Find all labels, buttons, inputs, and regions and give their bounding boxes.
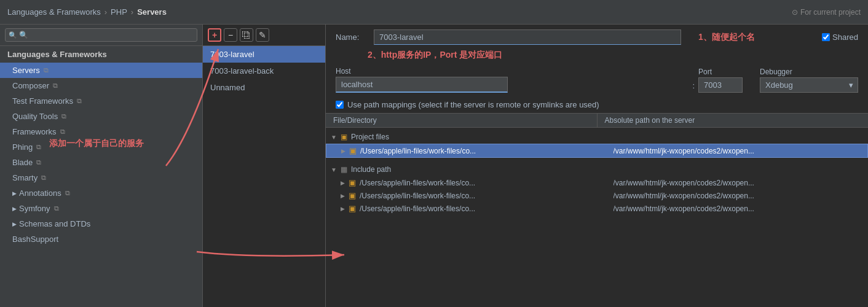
include-path-section: ▼ ▦ Include path ▶ ▣ /Users/apple/lin-fi… (326, 160, 868, 217)
annotation-2-area: 2、http服务的IP，Port 是对应端口 (326, 50, 868, 63)
port-label: Port (698, 68, 748, 76)
shared-checkbox[interactable] (822, 33, 830, 41)
project-file-row-0[interactable]: ▶ ▣ /Users/apple/lin-files/work-files/co… (326, 144, 868, 158)
host-column: Host (336, 67, 688, 93)
expand-arrow-symfony: ▶ (12, 206, 17, 212)
sidebar-item-quality-tools[interactable]: Quality Tools ⧉ (0, 109, 202, 124)
row-path-0: /Users/apple/lin-files/work-files/co... (360, 147, 610, 155)
breadcrumb-part-2: PHP (111, 7, 127, 17)
copy-icon-phing: ⧉ (36, 143, 41, 151)
port-input[interactable] (698, 77, 743, 93)
port-column: Port (698, 68, 748, 93)
sidebar-item-smarty[interactable]: Smarty ⧉ (0, 170, 202, 185)
sidebar: 🔍 Languages & Frameworks Servers ⧉ Compo… (0, 25, 203, 307)
include-row-server-0: /var/www/html/jk-wxopen/codes2/wxopen... (614, 179, 864, 187)
copy-icon-test: ⧉ (77, 97, 82, 105)
edit-server-button[interactable]: ✎ (256, 28, 269, 42)
copy-server-button[interactable]: ⿻ (240, 28, 253, 42)
include-row-arrow-1: ▶ (341, 193, 345, 199)
server-entry-0[interactable]: 7003-laravel (203, 46, 325, 63)
for-current-project-label: For current project (800, 8, 861, 17)
include-row-0[interactable]: ▶ ▣ /Users/apple/lin-files/work-files/co… (326, 176, 868, 189)
path-mappings-row: Use path mappings (select if the server … (326, 96, 868, 113)
sidebar-item-bashsupport[interactable]: BashSupport (0, 231, 202, 247)
at-icon: ⊙ (792, 8, 798, 17)
include-row-2[interactable]: ▶ ▣ /Users/apple/lin-files/work-files/co… (326, 202, 868, 215)
sidebar-item-test-frameworks[interactable]: Test Frameworks ⧉ (0, 93, 202, 109)
name-input[interactable] (374, 29, 681, 45)
breadcrumb-part-3: Servers (137, 7, 167, 17)
sidebar-item-annotations[interactable]: ▶ Annotations ⧉ (0, 185, 202, 201)
project-files-header[interactable]: ▼ ▣ Project files (326, 130, 868, 144)
include-row-path-2: /Users/apple/lin-files/work-files/co... (360, 204, 610, 213)
row-arrow-0: ▶ (341, 148, 345, 154)
include-path-label: Include path (351, 165, 391, 174)
server-toolbar: + − ⿻ ✎ (203, 25, 325, 46)
sidebar-item-phing[interactable]: Phing ⧉ 添加一个属于自己的服务 (0, 139, 202, 155)
detail-panel: Name: 1、随便起个名 Shared 2、http服务的IP，Port 是对… (326, 25, 868, 307)
breadcrumb-sep-1: › (105, 7, 107, 17)
breadcrumb-part-1: Languages & Frameworks (7, 7, 101, 17)
sidebar-item-annotations-label: Annotations (19, 188, 61, 198)
include-row-path-1: /Users/apple/lin-files/work-files/co... (360, 192, 610, 200)
sidebar-item-servers[interactable]: Servers ⧉ (0, 63, 202, 78)
sidebar-item-frameworks-label: Frameworks (12, 127, 57, 136)
sidebar-item-symfony-label: Symfony (19, 204, 50, 213)
path-mappings-checkbox[interactable] (336, 101, 344, 109)
annotation-http: 2、http服务的IP，Port 是对应端口 (368, 50, 502, 60)
sidebar-item-schemas[interactable]: ▶ Schemas and DTDs (0, 216, 202, 231)
name-row: Name: 1、随便起个名 Shared (326, 25, 868, 50)
copy-icon-annotations: ⧉ (65, 189, 70, 197)
main-layout: 🔍 Languages & Frameworks Servers ⧉ Compo… (0, 25, 868, 307)
server-entry-1[interactable]: 7003-laravel-back (203, 63, 325, 79)
include-row-server-2: /var/www/html/jk-wxopen/codes2/wxopen... (614, 204, 864, 213)
include-row-path-0: /Users/apple/lin-files/work-files/co... (360, 179, 610, 187)
copy-icon-frameworks: ⧉ (60, 128, 65, 136)
top-bar: Languages & Frameworks › PHP › Servers ⊙… (0, 0, 868, 25)
include-path-arrow: ▼ (331, 166, 337, 173)
search-input[interactable] (5, 28, 197, 42)
row-folder-0: ▣ (349, 146, 357, 155)
sidebar-item-composer[interactable]: Composer ⧉ (0, 78, 202, 93)
include-row-folder-1: ▣ (349, 191, 356, 200)
sidebar-item-quality-tools-label: Quality Tools (12, 112, 58, 121)
sidebar-item-phing-label: Phing (12, 142, 33, 152)
host-port-row: Host : Port Debugger Xdebug Zend Debugge… (326, 63, 868, 96)
include-row-server-1: /var/www/html/jk-wxopen/codes2/wxopen... (614, 192, 864, 200)
sidebar-item-symfony[interactable]: ▶ Symfony ⧉ (0, 201, 202, 216)
include-row-arrow-0: ▶ (341, 180, 345, 186)
include-row-1[interactable]: ▶ ▣ /Users/apple/lin-files/work-files/co… (326, 189, 868, 202)
sidebar-item-frameworks[interactable]: Frameworks ⧉ (0, 124, 202, 139)
breadcrumb-sep-2: › (131, 7, 133, 17)
path-mappings-label: Use path mappings (select if the server … (347, 100, 599, 109)
breadcrumb: Languages & Frameworks › PHP › Servers (7, 7, 167, 17)
server-entry-2[interactable]: Unnamed (203, 79, 325, 96)
shared-label: Shared (832, 33, 858, 42)
remove-server-button[interactable]: − (224, 28, 237, 42)
copy-icon-composer: ⧉ (53, 82, 58, 90)
sidebar-item-test-frameworks-label: Test Frameworks (12, 96, 73, 106)
expand-arrow-annotations: ▶ (12, 190, 17, 196)
search-icon: 🔍 (9, 31, 17, 39)
sidebar-item-servers-label: Servers (12, 66, 40, 75)
sidebar-item-blade[interactable]: Blade ⧉ (0, 155, 202, 170)
include-row-arrow-2: ▶ (341, 206, 345, 212)
include-path-header[interactable]: ▼ ▦ Include path (326, 163, 868, 176)
row-server-0: /var/www/html/jk-wxopen/codes2/wxopen... (614, 147, 863, 155)
expand-arrow-schemas: ▶ (12, 221, 17, 227)
copy-icon-symfony: ⧉ (54, 204, 59, 212)
debugger-select[interactable]: Xdebug Zend Debugger (760, 77, 858, 93)
sidebar-item-schemas-label: Schemas and DTDs (19, 219, 90, 228)
col-header-server: Absolute path on the server (598, 114, 869, 127)
add-server-button[interactable]: + (208, 28, 221, 42)
annotation-add-service: 添加一个属于自己的服务 (49, 138, 144, 149)
sidebar-search-area: 🔍 (0, 25, 202, 46)
copy-icon-quality: ⧉ (61, 112, 66, 120)
host-input[interactable] (336, 77, 508, 93)
sidebar-item-blade-label: Blade (12, 158, 33, 167)
colon-separator: : (688, 81, 698, 90)
project-files-section: ▼ ▣ Project files ▶ ▣ /Users/apple/lin-f… (326, 128, 868, 160)
copy-icon-blade: ⧉ (36, 158, 41, 166)
debugger-label: Debugger (760, 68, 858, 76)
annotation-name: 1、随便起个名 (698, 32, 755, 43)
